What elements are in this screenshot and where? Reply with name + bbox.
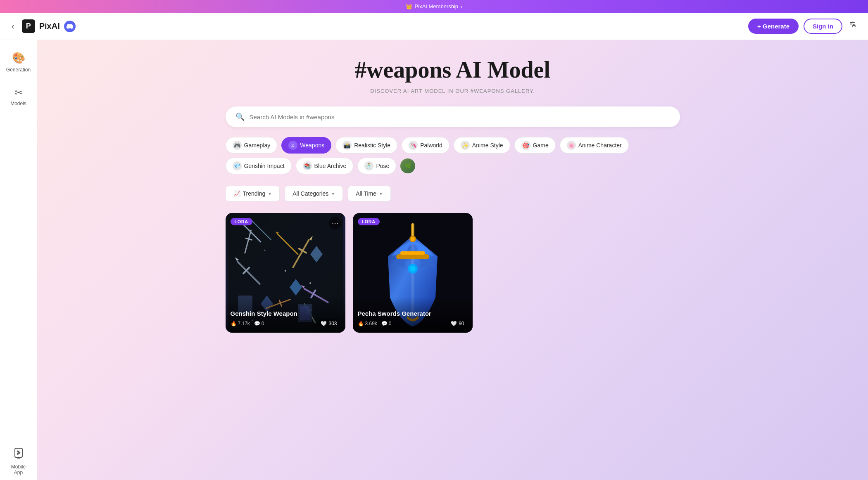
svg-rect-37 [400, 251, 425, 255]
header: ‹ P PixAI + Generate Sign in [0, 13, 868, 40]
genshin-like-count: 303 [328, 321, 337, 326]
pecha-like-count: 90 [459, 321, 464, 326]
membership-banner[interactable]: 👑 PixAI Membership › [0, 0, 868, 13]
pecha-lora-badge: LORA [358, 218, 380, 225]
weapons-label: Weapons [300, 142, 324, 149]
discord-icon[interactable] [64, 21, 76, 32]
tag-gameplay[interactable]: 🎮 Gameplay [226, 137, 278, 154]
genshin-stats-left: 🔥 7.17k 💬 0 [231, 321, 264, 326]
sidebar-item-models[interactable]: ✂ Models [2, 84, 35, 110]
pecha-fire-stat: 🔥 3.69k [358, 321, 377, 326]
pose-label: Pose [376, 163, 389, 169]
sidebar-generation-label: Generation [6, 67, 31, 73]
trending-icon: 📈 [233, 190, 240, 197]
translate-button[interactable] [847, 19, 860, 33]
categories-label: All Categories [293, 190, 328, 197]
cards-grid: LORA ⋯ Genshin Style Weapon 🔥 7.17k 💬 [226, 213, 680, 333]
blue-archive-label: Blue Archive [314, 163, 347, 169]
gameplay-label: Gameplay [244, 142, 271, 149]
pecha-fire-icon: 🔥 [358, 321, 364, 326]
layout: 🎨 Generation ✂ Models Mobile App #weapon… [0, 40, 868, 480]
pecha-heart-icon: 🤍 [451, 321, 457, 326]
tag-weapons[interactable]: ⚔ Weapons [281, 137, 331, 154]
search-input[interactable] [250, 113, 670, 121]
time-arrow: ▼ [379, 192, 383, 196]
anime-style-label: Anime Style [472, 142, 503, 149]
header-left: ‹ P PixAI [8, 19, 76, 33]
tag-anime-style[interactable]: ✨ Anime Style [454, 137, 510, 154]
main-content: #weapons AI Model DISCOVER AI ART MODEL … [37, 40, 868, 480]
categories-arrow: ▼ [331, 192, 335, 196]
pecha-fire-count: 3.69k [365, 321, 377, 326]
pecha-comment-count: 0 [389, 321, 392, 326]
genshin-fire-count: 7.17k [238, 321, 250, 326]
time-filter[interactable]: All Time ▼ [348, 186, 391, 201]
crown-icon: 👑 [406, 3, 412, 9]
gameplay-icon: 🎮 [233, 141, 242, 150]
svg-point-35 [410, 266, 416, 272]
realistic-style-label: Realistic Style [354, 142, 390, 149]
filters-container: 📈 Trending ▼ All Categories ▼ All Time ▼ [226, 186, 680, 201]
brand-name: PixAI [39, 21, 60, 31]
pecha-comment-icon: 💬 [381, 321, 388, 326]
genshin-comment-count: 0 [262, 321, 264, 326]
sidebar-item-mobile-app[interactable]: Mobile App [2, 444, 35, 479]
banner-text: PixAI Membership [415, 3, 458, 9]
card-pecha-swords[interactable]: LORA Pecha Swords Generator 🔥 3.69k 💬 0 [353, 213, 473, 333]
genshin-card-stats: 🔥 7.17k 💬 0 🤍 303 [231, 319, 340, 328]
pecha-card-title: Pecha Swords Generator [358, 310, 468, 317]
signin-button[interactable]: Sign in [804, 19, 842, 34]
genshin-card-footer: Genshin Style Weapon 🔥 7.17k 💬 0 [226, 298, 345, 333]
genshin-impact-label: Genshin Impact [244, 163, 285, 169]
svg-point-28 [285, 270, 286, 272]
page-title: #weapons AI Model [62, 57, 843, 83]
genshin-more-button[interactable]: ⋯ [329, 217, 341, 229]
comment-icon: 💬 [254, 321, 260, 326]
sidebar-mobile-app-label: Mobile App [7, 464, 30, 475]
trending-label: Trending [243, 190, 266, 197]
palworld-icon: 🦄 [409, 141, 418, 150]
generate-button[interactable]: + Generate [748, 19, 799, 34]
genshin-likes[interactable]: 🤍 303 [317, 319, 340, 328]
tag-more[interactable]: 🌿 [400, 158, 415, 173]
categories-filter[interactable]: All Categories ▼ [285, 186, 343, 201]
trending-arrow: ▼ [268, 192, 272, 196]
svg-point-29 [264, 250, 265, 251]
genshin-impact-icon: 💎 [233, 161, 242, 170]
generation-icon: 🎨 [12, 52, 25, 64]
tag-blue-archive[interactable]: 📚 Blue Archive [296, 158, 354, 174]
palworld-label: Palworld [420, 142, 442, 149]
genshin-card-title: Genshin Style Weapon [231, 310, 340, 317]
back-button[interactable]: ‹ [8, 20, 18, 33]
tag-game[interactable]: 🎯 Game [514, 137, 556, 154]
pecha-likes[interactable]: 🤍 90 [447, 319, 467, 328]
tags-container: 🎮 Gameplay ⚔ Weapons 📸 Realistic Style 🦄… [226, 137, 680, 174]
anime-character-icon: 🌸 [567, 141, 576, 150]
pose-icon: 🕺 [364, 161, 373, 170]
pecha-stats-left: 🔥 3.69k 💬 0 [358, 321, 392, 326]
trending-filter[interactable]: 📈 Trending ▼ [226, 186, 280, 201]
banner-arrow: › [461, 3, 462, 9]
blue-archive-icon: 📚 [303, 161, 312, 170]
logo-box: P [22, 19, 35, 33]
sidebar-models-label: Models [10, 101, 26, 106]
tag-realistic-style[interactable]: 📸 Realistic Style [335, 137, 397, 154]
tag-anime-character[interactable]: 🌸 Anime Character [560, 137, 629, 154]
page-subtitle: DISCOVER AI ART MODEL IN OUR #WEAPONS GA… [62, 88, 843, 94]
header-right: + Generate Sign in [748, 19, 860, 34]
more-icon: 🌿 [405, 163, 411, 169]
realistic-style-icon: 📸 [342, 141, 352, 150]
time-label: All Time [356, 190, 376, 197]
tag-pose[interactable]: 🕺 Pose [357, 158, 396, 174]
models-icon: ✂ [15, 87, 22, 98]
game-label: Game [533, 142, 549, 149]
pecha-comment-stat: 💬 0 [381, 321, 392, 326]
anime-character-label: Anime Character [578, 142, 622, 149]
genshin-comment-stat: 💬 0 [254, 321, 264, 326]
tag-palworld[interactable]: 🦄 Palworld [402, 137, 449, 154]
card-genshin-style-weapon[interactable]: LORA ⋯ Genshin Style Weapon 🔥 7.17k 💬 [226, 213, 345, 333]
sidebar-item-generation[interactable]: 🎨 Generation [2, 48, 35, 76]
pecha-card-footer: Pecha Swords Generator 🔥 3.69k 💬 0 [353, 298, 473, 333]
tag-genshin-impact[interactable]: 💎 Genshin Impact [226, 158, 292, 174]
pecha-card-stats: 🔥 3.69k 💬 0 🤍 90 [358, 319, 468, 328]
